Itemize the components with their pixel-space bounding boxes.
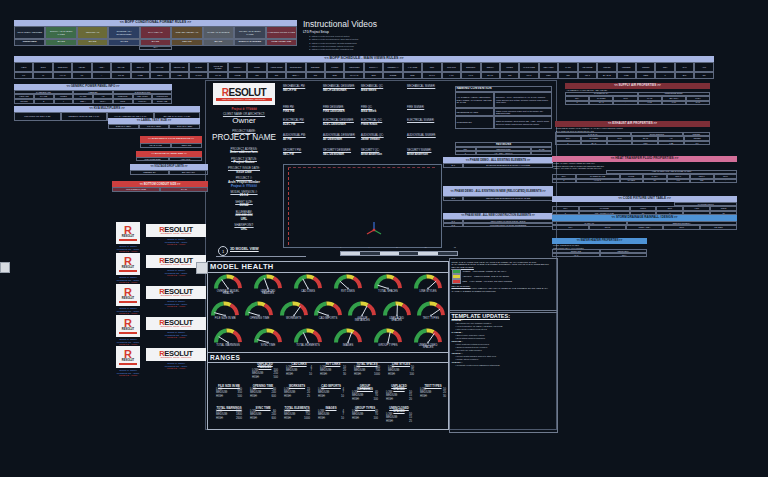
heat-transfer-fluid-properties-row: 1HHW-1WATER30140120-: [552, 179, 737, 183]
gauge-label: IMAGES: [343, 345, 353, 348]
bottom-conduit-size-cell: MIN CONDUIT SIZE: [112, 187, 160, 192]
range-line: HIGH:30: [320, 373, 346, 376]
health-gauge: FILE SIZE IN MB: [208, 299, 242, 323]
conditional-format-table-cell: NO SYSTEM ASSIGNED: [14, 26, 45, 39]
gauge-dial: [412, 272, 444, 290]
ranges-row: TOTAL WARNINGSLOW:1000MEDIUM:1800HIGH:26…: [212, 407, 416, 423]
power-panel-info-cell: 3: [34, 99, 54, 104]
main-views-strip-cell: REF: [539, 72, 558, 79]
range-line: HIGH:25: [284, 395, 310, 398]
instructional-videos: Instructional Videos LTG Project Setup 1…: [303, 20, 503, 52]
logo-caption: Gregory R. CramerMechanical P.E. - 00000…: [110, 369, 146, 377]
exhaust-air-properties-cell: -: [607, 141, 633, 145]
main-views-strip-cell: SHEET: [189, 62, 208, 72]
main-views-strip-cell: TEMPLATE: [170, 62, 189, 72]
bottom-conduit-size-cell: 3/4 IN: [160, 187, 208, 192]
range-line-label: HIGH:: [352, 417, 359, 420]
main-views-strip-cell: APP: [694, 62, 713, 72]
range-line-label: HIGH:: [354, 373, 361, 376]
directory-role-label: AUDIOVISUAL SIGNER:: [407, 135, 447, 138]
range-line: HIGH:2600: [216, 417, 242, 420]
range-line: HIGH:10: [318, 417, 344, 420]
main-views-strip-cell: CUT PLN: [442, 62, 461, 72]
gauge-label: GROUP INSTANCES: [355, 318, 370, 324]
range-line-value: 600: [272, 395, 276, 398]
logo-caption: Gregory R. CramerMechanical P.E. - 00000…: [110, 245, 146, 253]
range-line: HIGH:20: [386, 398, 412, 401]
legend-text: RED = HIGH ZONE. ACT NOW, DO NOT IGNORE.: [463, 280, 513, 283]
code-fixture-unit-table: << CODE FIXTURE UNIT TABLE >>FIXTURE UNI…: [552, 196, 737, 215]
range-line: HIGH:25: [386, 420, 412, 423]
caption-line: Florida P.E. - 00000: [154, 367, 198, 370]
field-value: URL: [206, 218, 282, 222]
directory-entry: SECURITY QC:Brian Anderson: [361, 150, 405, 156]
directory-entry: ELECTRICAL DESIGNER:ELEC DESIGNER: [323, 120, 359, 126]
range-item: UNENCLOSED SPACESLOW:10MEDIUM:15HIGH:25: [382, 407, 416, 423]
range-line-value: 100: [374, 398, 378, 401]
main-views-strip-cell: BOTTOM: [461, 62, 480, 72]
resolut-square-logo: RRESOLUT: [116, 253, 140, 275]
main-views-strip-cell: STD: [364, 72, 383, 79]
exhaust-air-properties-cell: EA-1: [581, 141, 607, 145]
range-item: TEXT TYPESLOW:10MEDIUM:20HIGH:30: [416, 385, 450, 401]
resolut-wide-tagline: ENGINEERING - DESIGN - CONSULTING: [161, 295, 191, 297]
resolut-wide-tagline: ENGINEERING - DESIGN - CONSULTING: [161, 357, 191, 359]
main-views-strip-cell: GRIDS: [500, 62, 519, 72]
main-views-strip-cell: 0 FT: [461, 72, 480, 79]
phase-demo-existing-cell: EXISTING ELEMENTS SHOWN HALFTONE: [463, 163, 553, 168]
main-views-strip-cell: KN-1: [578, 72, 597, 79]
gauge-dial: [252, 326, 284, 344]
range-line: HIGH:500: [252, 376, 278, 379]
main-views-strip-cell: ANNO CROP: [267, 62, 286, 72]
conditional-format-table: << BOPP CONDITIONAL FORMAT RULES >>NO SY…: [14, 20, 297, 50]
heat-transfer-fluid-properties-cell: -: [714, 179, 738, 183]
naming-convention-row: SCOPE BOXESName by building / area serve…: [455, 116, 552, 129]
caption-line: Florida P.E. - 00000: [154, 274, 198, 277]
main-views-strip-cell: GC: [694, 72, 713, 79]
gauge-dial: [292, 272, 324, 290]
range-line: HIGH:600: [250, 395, 276, 398]
main-views-strip-cell: BY SYS: [597, 72, 616, 79]
main-views-strip-cell: 1/8 IN: [111, 72, 130, 79]
main-views-strip-cell: TOP: [422, 62, 441, 72]
gauge-row: FILE SIZE IN MBOPENING TIMEWORKSETSCAD I…: [208, 299, 448, 323]
project-directory: MECHANICAL PM:MECH PMMECHANICAL DESIGNER…: [283, 86, 449, 162]
power-panel-info-cell: SURFACE: [152, 99, 172, 104]
gauge-label: UNENCLOSED SPACES: [419, 345, 438, 351]
health-gauge: CAD LINKS: [288, 272, 328, 296]
conditional-format-table-cell: MIXED AIR SYSTEMS: [203, 26, 234, 39]
conditional-format-table-cell: N/A: [139, 46, 172, 50]
range-line-label: HIGH:: [386, 398, 393, 401]
video-link[interactable]: 5. https://youtu.be/template-updates-log: [309, 48, 503, 51]
bottom-conduit-size-row: MIN CONDUIT SIZE3/4 IN: [112, 187, 208, 192]
health-gauge: WORKSETS: [277, 299, 311, 323]
health-gauge: TOTAL SPACES: [368, 272, 408, 296]
resolut-logo: RESOLUT MECHANICAL - ELECTRICAL - PLUMBI…: [213, 83, 275, 105]
phase-new-construction: << PHASE NEW - ALL NEW CONSTRUCTION ELEM…: [443, 213, 553, 227]
directory-person-name: Brad Welek: [361, 89, 405, 92]
range-line: HIGH:10: [318, 395, 344, 398]
bottom-of-wire-size-row: MIN WIRE SIZE#12 AWG: [136, 157, 202, 161]
phase-demo-existing-row: E-1EXISTING ELEMENTS SHOWN HALFTONE: [443, 163, 553, 168]
phase-demo-relocated: << PHASE DEMO - ALL EXISTING IN NEW (REL…: [443, 186, 553, 201]
range-line-value: 500: [274, 376, 278, 379]
power-panel-info: << GENERIC POWER PANEL INFO >>PANELBOARD…: [14, 84, 172, 104]
directory-person-name: Brad Welek: [361, 110, 405, 113]
resolut-square-logo: RRESOLUT: [116, 346, 140, 368]
health-gauge: UNPLACED FAMILIES: [248, 272, 288, 296]
project-fields: PROJECT ADRESS:Enter address herePROJECT…: [206, 145, 282, 231]
revisions-table: REVISIONSNO.DESCRIPTIONDATE1YR - REV - S…: [455, 142, 552, 155]
bottom-of-wire-size: << BOTTOM OF WIRE SIZE >>MIN WIRE SIZE#1…: [136, 151, 202, 161]
conditional-format-table-cell: SA-XX: [45, 39, 76, 46]
power-panel-info-cell: MLO: [113, 99, 133, 104]
water-heater-properties: << WATER HEATER PROPERTIES >>FLUID: DOME…: [552, 238, 647, 257]
kva-multipliers-cell: RECEPTACLE LOADS x 1.00: [61, 112, 108, 121]
model-viewport[interactable]: [283, 164, 442, 248]
main-views-strip-cell: ON: [247, 72, 266, 79]
range-line: HIGH:100: [352, 398, 378, 401]
resolut-square-logo: RRESOLUT: [116, 222, 140, 244]
water-heater-properties-row: - GAL- GPH: [552, 253, 647, 257]
range-line: HIGH:10: [286, 373, 312, 376]
health-gauge: IMAGES: [328, 326, 368, 350]
range-item: SYNC TIMELOW:60MEDIUM:240HIGH:600: [246, 407, 280, 423]
